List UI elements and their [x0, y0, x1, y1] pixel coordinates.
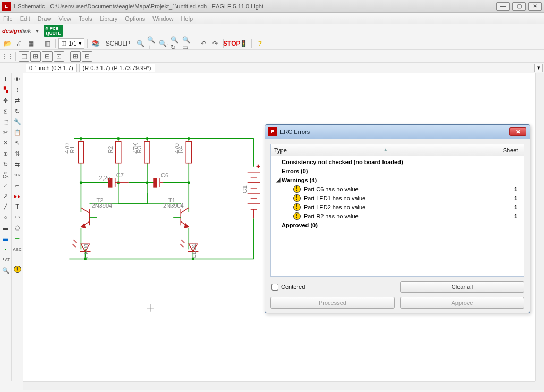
- align6-icon[interactable]: ⊟: [82, 51, 92, 62]
- pcbquote-button[interactable]: ⎙ PCBQUOTE: [44, 25, 63, 37]
- vertical-scrollbar[interactable]: [536, 73, 544, 381]
- zoom-out-icon[interactable]: 🔍-: [158, 38, 169, 49]
- erc-approve-button[interactable]: Approve: [400, 297, 524, 309]
- undo-icon[interactable]: ↶: [198, 38, 209, 49]
- copy-tool[interactable]: ⎘: [1, 106, 11, 116]
- errors-tool[interactable]: !: [14, 266, 21, 273]
- move-tool[interactable]: ✥: [1, 96, 11, 105]
- erc-close-button[interactable]: ✕: [509, 127, 526, 136]
- library-icon[interactable]: 📚: [90, 38, 101, 49]
- align4-icon[interactable]: ⊡: [54, 51, 64, 62]
- value-tool[interactable]: 10k: [13, 170, 22, 180]
- add-tool[interactable]: ⊕: [1, 149, 11, 158]
- wire-tool[interactable]: ╱: [1, 202, 11, 211]
- erc-list[interactable]: Type▴ Sheet Consistency not checked (no …: [270, 144, 524, 277]
- gateswap-tool[interactable]: ⇆: [13, 159, 22, 169]
- grid-dots-icon[interactable]: ⋮⋮: [2, 51, 13, 62]
- split-tool[interactable]: ↗: [1, 191, 11, 201]
- ulp-icon[interactable]: ULP: [118, 38, 129, 49]
- select-tool[interactable]: ↖: [13, 138, 22, 148]
- text-tool[interactable]: T: [13, 202, 22, 211]
- erc-warning-item[interactable]: !Part R2 has no value1: [271, 211, 524, 220]
- erc-centered-check[interactable]: Centered: [270, 284, 395, 291]
- erc-tool[interactable]: 🔍: [1, 266, 11, 275]
- mirror-tool[interactable]: ⇄: [13, 96, 22, 105]
- menu-tools[interactable]: Tools: [79, 15, 92, 22]
- close-button[interactable]: ✕: [528, 2, 542, 11]
- stop-icon[interactable]: STOP: [226, 38, 237, 49]
- menu-file[interactable]: File: [3, 15, 13, 22]
- align5-icon[interactable]: ⊞: [70, 51, 81, 62]
- menu-help[interactable]: Help: [181, 15, 193, 22]
- layer-tool[interactable]: ▚: [1, 85, 11, 95]
- erc-col-type[interactable]: Type▴: [271, 144, 497, 156]
- script-icon[interactable]: SCR: [107, 38, 117, 49]
- bus-tool[interactable]: ▬: [1, 234, 11, 243]
- erc-warning-item[interactable]: !Part LED2 has no value1: [271, 202, 524, 211]
- erc-row-warnings[interactable]: ◢Warnings (4): [271, 175, 524, 184]
- erc-titlebar[interactable]: E ERC Errors ✕: [265, 125, 530, 139]
- menu-options[interactable]: Options: [125, 15, 145, 22]
- help-icon[interactable]: ?: [254, 38, 265, 49]
- window-titlebar: E 1 Schematic - C:\Users\user\Documents\…: [0, 0, 544, 13]
- miter-tool[interactable]: ⌐: [13, 181, 22, 190]
- erc-warning-item[interactable]: !Part C6 has no value1: [271, 184, 524, 193]
- cut-tool[interactable]: ✂: [1, 127, 11, 137]
- erc-clear-button[interactable]: Clear all: [400, 281, 524, 293]
- name-tool[interactable]: R210k: [1, 170, 11, 180]
- collapse-icon[interactable]: ◢: [276, 176, 282, 183]
- smash-tool[interactable]: ⟋: [1, 181, 11, 190]
- align3-icon[interactable]: ⊟: [42, 51, 53, 62]
- maximize-button[interactable]: ▢: [512, 2, 526, 11]
- change-tool[interactable]: 🔧: [13, 117, 22, 126]
- sheet-selector[interactable]: ◫1/1▾: [58, 38, 84, 49]
- net-tool[interactable]: ─: [13, 234, 22, 243]
- replace-tool[interactable]: ↻: [1, 159, 11, 169]
- designlink-dropdown[interactable]: ▾: [32, 25, 42, 36]
- label-tool[interactable]: ABC: [13, 244, 22, 254]
- erc-row-approved[interactable]: Approved (0): [271, 220, 524, 229]
- align2-icon[interactable]: ⊞: [30, 51, 41, 62]
- zoom-select-icon[interactable]: 🔍▭: [182, 38, 192, 49]
- zoom-fit-icon[interactable]: 🔍: [135, 38, 146, 49]
- circle-tool[interactable]: ○: [1, 212, 11, 222]
- attrib-tool[interactable]: ⋮AT: [1, 255, 11, 265]
- designlink-button[interactable]: designlink: [2, 28, 31, 34]
- show-tool[interactable]: 👁: [13, 74, 22, 84]
- zoom-redraw-icon[interactable]: 🔍↻: [170, 38, 181, 49]
- mark-tool[interactable]: ⊹: [13, 85, 22, 95]
- polygon-tool[interactable]: ⬠: [13, 223, 22, 233]
- rotate-tool[interactable]: ↻: [13, 106, 22, 116]
- menu-library[interactable]: Library: [100, 15, 118, 22]
- erc-processed-button[interactable]: Processed: [270, 297, 395, 309]
- print-icon[interactable]: 🖨: [14, 38, 24, 49]
- menu-edit[interactable]: Edit: [20, 15, 30, 22]
- coord-dropdown[interactable]: ▾: [534, 64, 543, 72]
- zoom-in-icon[interactable]: 🔍+: [147, 38, 157, 49]
- board-icon[interactable]: ▥: [42, 38, 53, 49]
- paste-tool[interactable]: 📋: [13, 127, 22, 137]
- open-icon[interactable]: 📂: [2, 38, 13, 49]
- erc-row-errors[interactable]: Errors (0): [271, 166, 524, 175]
- sort-asc-icon: ▴: [384, 146, 387, 153]
- junction-tool[interactable]: •: [1, 244, 11, 254]
- rect-tool[interactable]: ▬: [1, 223, 11, 233]
- go-icon[interactable]: 🚦: [238, 38, 249, 49]
- cam-icon[interactable]: ▦: [26, 38, 36, 49]
- menu-draw[interactable]: Draw: [38, 15, 52, 22]
- menu-view[interactable]: View: [58, 15, 71, 22]
- invoke-tool[interactable]: ▸▸: [13, 191, 22, 201]
- erc-warning-item[interactable]: !Part LED1 has no value1: [271, 193, 524, 202]
- pinswap-tool[interactable]: ⇅: [13, 149, 22, 158]
- delete-tool[interactable]: ✕: [1, 138, 11, 148]
- erc-row-consistency[interactable]: Consistency not checked (no board loaded…: [271, 157, 524, 166]
- arc-tool[interactable]: ◠: [13, 212, 22, 222]
- redo-icon[interactable]: ↷: [210, 38, 220, 49]
- minimize-button[interactable]: —: [496, 2, 510, 11]
- group-tool[interactable]: ⬚: [1, 117, 11, 126]
- erc-col-sheet[interactable]: Sheet: [497, 147, 524, 154]
- schematic-canvas[interactable]: + R1 470 R2 R3 47K R4 470 C7 2,2u C6 T2 …: [23, 73, 536, 381]
- menu-window[interactable]: Window: [152, 15, 173, 22]
- info-tool[interactable]: i: [1, 74, 11, 84]
- align1-icon[interactable]: ◫: [19, 51, 29, 62]
